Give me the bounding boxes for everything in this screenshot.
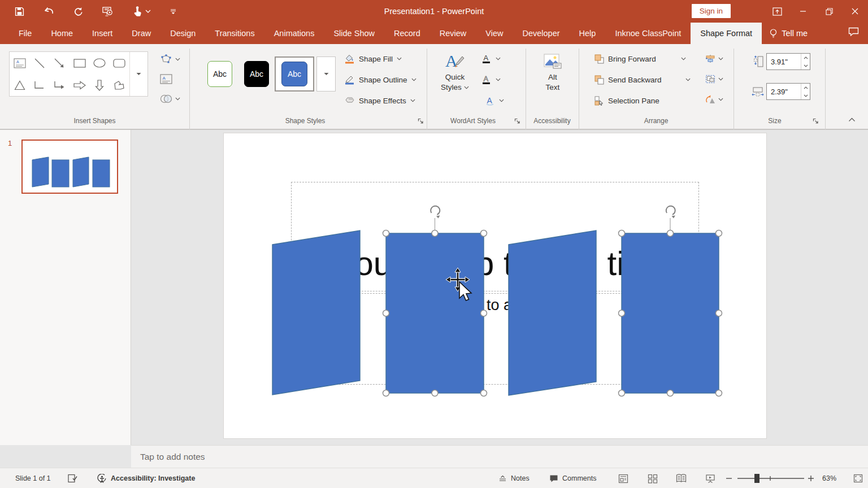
tab-inknoe-classpoint[interactable]: Inknoe ClassPoint bbox=[605, 23, 691, 44]
tab-transitions[interactable]: Transitions bbox=[205, 23, 264, 44]
tab-draw[interactable]: Draw bbox=[122, 23, 160, 44]
shape-styles-more-button[interactable] bbox=[316, 56, 336, 91]
right-arrow-shape-icon[interactable] bbox=[71, 77, 88, 94]
elbow-connector-icon[interactable] bbox=[31, 77, 48, 94]
down-arrow-shape-icon[interactable] bbox=[91, 77, 108, 94]
minimize-button[interactable] bbox=[790, 0, 816, 23]
shape-height-input[interactable]: 3.91" bbox=[766, 53, 810, 70]
selection-handle[interactable] bbox=[432, 230, 438, 237]
tab-record[interactable]: Record bbox=[384, 23, 430, 44]
accessibility-status[interactable]: Accessibility: Investigate bbox=[97, 468, 195, 488]
selection-handle[interactable] bbox=[716, 390, 722, 396]
rectangle-shape-icon[interactable] bbox=[71, 55, 88, 72]
shape-effects-button[interactable]: Shape Effects bbox=[345, 93, 415, 108]
selection-handle[interactable] bbox=[432, 390, 438, 396]
align-objects-button[interactable] bbox=[705, 54, 723, 63]
edit-shape-button[interactable] bbox=[160, 54, 180, 64]
close-button[interactable] bbox=[842, 0, 868, 23]
oval-shape-icon[interactable] bbox=[91, 55, 108, 72]
shape-width-input[interactable]: 2.39" bbox=[766, 83, 810, 100]
spin-down-icon[interactable] bbox=[801, 62, 810, 69]
shape-parallelogram-3[interactable] bbox=[509, 230, 596, 395]
tab-shape-format[interactable]: Shape Format bbox=[691, 23, 762, 44]
tab-design[interactable]: Design bbox=[160, 23, 205, 44]
rotate-objects-button[interactable] bbox=[705, 95, 723, 104]
undo-icon[interactable] bbox=[44, 7, 54, 16]
spin-up-icon[interactable] bbox=[801, 54, 810, 62]
customize-qat-icon[interactable] bbox=[170, 8, 176, 15]
text-box-shape-icon[interactable]: A bbox=[11, 55, 28, 72]
fit-slide-to-window-button[interactable] bbox=[853, 468, 863, 488]
shape-rectangle-4-selected[interactable] bbox=[622, 233, 719, 393]
collapse-ribbon-icon[interactable] bbox=[848, 116, 856, 124]
tab-view[interactable]: View bbox=[476, 23, 513, 44]
bring-forward-button[interactable]: Bring Forward bbox=[594, 51, 686, 67]
tab-slide-show[interactable]: Slide Show bbox=[324, 23, 384, 44]
wordart-dialog-launcher-icon[interactable] bbox=[513, 117, 521, 125]
tab-help[interactable]: Help bbox=[570, 23, 606, 44]
touch-mouse-mode-icon[interactable] bbox=[133, 6, 151, 16]
zoom-level[interactable]: 63% bbox=[822, 468, 836, 488]
selection-pane-button[interactable]: Selection Pane bbox=[594, 93, 659, 108]
slideshow-view-button[interactable] bbox=[705, 468, 715, 488]
shape-parallelogram-1[interactable] bbox=[272, 230, 360, 395]
shape-height-value[interactable]: 3.91" bbox=[767, 58, 801, 66]
text-box-button[interactable]: A bbox=[160, 74, 172, 84]
zoom-slider-thumb[interactable] bbox=[754, 474, 760, 483]
selection-handle[interactable] bbox=[667, 390, 674, 396]
text-effects-button[interactable]: A bbox=[485, 93, 504, 108]
triangle-shape-icon[interactable] bbox=[11, 77, 28, 94]
zoom-in-button[interactable] bbox=[808, 468, 814, 488]
selection-handle[interactable] bbox=[619, 310, 625, 316]
selection-handle[interactable] bbox=[481, 230, 487, 237]
text-fill-button[interactable]: A bbox=[481, 51, 501, 67]
save-icon[interactable] bbox=[15, 7, 24, 16]
arrow-shape-icon[interactable] bbox=[51, 55, 68, 72]
elbow-arrow-connector-icon[interactable] bbox=[51, 77, 68, 94]
shape-styles-dialog-launcher-icon[interactable] bbox=[416, 117, 424, 125]
merge-shapes-button[interactable] bbox=[160, 94, 180, 104]
slide-sorter-view-button[interactable] bbox=[648, 468, 658, 488]
tell-me-button[interactable]: Tell me bbox=[762, 23, 815, 44]
size-dialog-launcher-icon[interactable] bbox=[811, 117, 819, 125]
selection-handle[interactable] bbox=[667, 230, 674, 237]
selection-handle[interactable] bbox=[383, 230, 389, 237]
slide-editing-surface[interactable]: Double tap to add title Double tap to ad… bbox=[224, 133, 766, 438]
tab-review[interactable]: Review bbox=[430, 23, 476, 44]
spin-down-icon[interactable] bbox=[801, 91, 810, 99]
reading-view-button[interactable] bbox=[676, 468, 687, 488]
selection-handle[interactable] bbox=[716, 230, 722, 237]
shape-fill-button[interactable]: Shape Fill bbox=[345, 51, 402, 67]
rounded-rectangle-shape-icon[interactable] bbox=[111, 55, 128, 72]
shape-style-swatch-outline[interactable]: Abc bbox=[207, 61, 232, 87]
tab-developer[interactable]: Developer bbox=[513, 23, 569, 44]
rotate-handle-icon[interactable] bbox=[429, 205, 441, 219]
sign-in-button[interactable]: Sign in bbox=[692, 4, 731, 18]
feedback-icon[interactable] bbox=[848, 27, 859, 38]
rotate-handle-icon[interactable] bbox=[664, 205, 676, 219]
tab-animations[interactable]: Animations bbox=[264, 23, 324, 44]
selection-handle[interactable] bbox=[383, 310, 389, 316]
quick-styles-button[interactable]: A Quick Styles bbox=[435, 50, 475, 93]
shape-width-value[interactable]: 2.39" bbox=[767, 88, 801, 96]
tab-insert[interactable]: Insert bbox=[83, 23, 122, 44]
shape-outline-button[interactable]: Shape Outline bbox=[345, 72, 416, 88]
notes-pane[interactable]: Tap to add notes bbox=[131, 445, 868, 468]
selection-handle[interactable] bbox=[481, 390, 487, 396]
slide-thumbnail-1[interactable] bbox=[21, 140, 118, 194]
spin-up-icon[interactable] bbox=[801, 84, 810, 91]
restore-button[interactable] bbox=[816, 0, 842, 23]
normal-view-button[interactable] bbox=[618, 468, 628, 488]
selection-handle[interactable] bbox=[481, 310, 487, 316]
redo-icon[interactable] bbox=[73, 7, 83, 16]
tab-home[interactable]: Home bbox=[41, 23, 83, 44]
freeform-shape-icon[interactable] bbox=[111, 77, 128, 94]
ribbon-display-options-icon[interactable] bbox=[764, 0, 790, 23]
selection-handle[interactable] bbox=[619, 390, 625, 396]
zoom-out-button[interactable] bbox=[726, 468, 732, 488]
zoom-slider[interactable] bbox=[736, 468, 805, 488]
tab-file[interactable]: File bbox=[9, 23, 41, 44]
shape-style-swatch-selected[interactable]: Abc bbox=[275, 56, 314, 91]
start-slideshow-icon[interactable] bbox=[102, 6, 114, 16]
shape-rectangle-2-selected[interactable] bbox=[386, 233, 484, 393]
